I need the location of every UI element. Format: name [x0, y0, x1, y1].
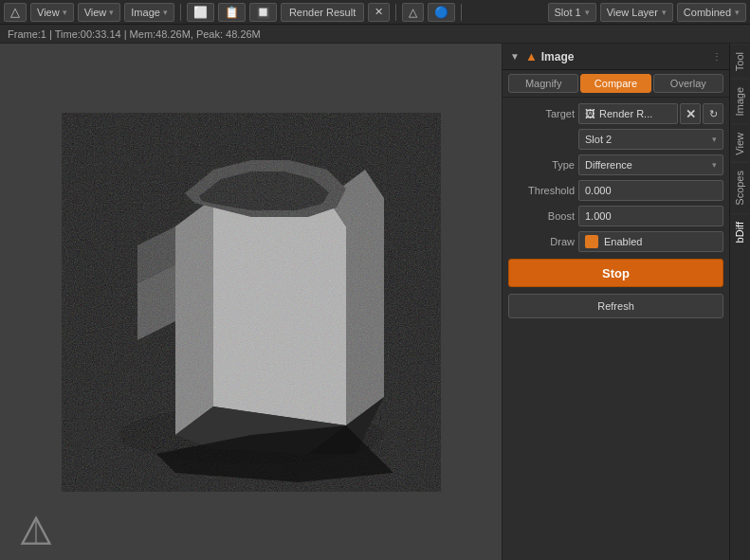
tab-compare[interactable]: Compare [580, 74, 650, 93]
close-render-button[interactable]: ✕ [368, 3, 390, 22]
draw-row: Draw Enabled [508, 231, 723, 252]
render-title: Render Result [281, 3, 364, 22]
threshold-label: Threshold [508, 185, 575, 196]
boost-row: Boost 1.000 [508, 206, 723, 226]
toolbar-view2-menu[interactable]: View ▾ [78, 3, 121, 22]
sidebar-tab-image[interactable]: Image [730, 79, 750, 124]
sidebar-tab-bdiff[interactable]: bDiff [730, 213, 750, 250]
toolbar-render-icon3[interactable]: 🔲 [249, 3, 277, 22]
type-dropdown[interactable]: Difference ▾ [578, 154, 723, 175]
target-row: Target 🖼 Render R... ✕ ↻ [508, 103, 723, 124]
sidebar-tab-tool[interactable]: Tool [730, 44, 750, 79]
stop-button[interactable]: Stop [508, 259, 723, 287]
type-label: Type [508, 159, 575, 171]
draw-enabled-btn[interactable]: Enabled [578, 231, 723, 252]
sidebar-tab-scopes[interactable]: Scopes [730, 162, 750, 213]
target-field-group: 🖼 Render R... ✕ ↻ [578, 103, 723, 124]
toolbar-render-icon2[interactable]: 📋 [218, 3, 246, 22]
panel-body: Target 🖼 Render R... ✕ ↻ [503, 98, 729, 324]
render-canvas [62, 113, 441, 492]
panel-triangle-icon: ▲ [525, 49, 538, 63]
panel-header: ▼ ▲ Image ⋮ [503, 44, 729, 70]
threshold-input[interactable]: 0.000 [578, 180, 723, 201]
right-sidebar: Tool Image View Scopes bDiff [729, 44, 750, 560]
slot2-dropdown[interactable]: Slot 2 ▾ [578, 129, 723, 150]
panel-collapse-arrow[interactable]: ▼ [510, 51, 520, 62]
draw-enabled-square [585, 235, 598, 248]
toolbar-view-menu[interactable]: View ▾ [30, 3, 74, 22]
target-value[interactable]: 🖼 Render R... [578, 103, 678, 124]
target-close-btn[interactable]: ✕ [680, 103, 701, 124]
right-panel: ▼ ▲ Image ⋮ Magnify Compare Overlay Targ… [502, 44, 729, 560]
tab-overlay[interactable]: Overlay [653, 74, 723, 93]
target-refresh-btn[interactable]: ↻ [703, 103, 723, 124]
image-tabs: Magnify Compare Overlay [503, 70, 729, 98]
type-row: Type Difference ▾ [508, 154, 723, 175]
toolbar-sep3 [461, 4, 462, 21]
slot-dropdown[interactable]: Slot 1 ▾ [548, 3, 596, 22]
sidebar-tab-view[interactable]: View [730, 124, 750, 163]
blender-logo-svg [19, 515, 53, 549]
threshold-row: Threshold 0.000 [508, 180, 723, 201]
boost-input[interactable]: 1.000 [578, 206, 723, 226]
type-chevron: ▾ [712, 160, 717, 170]
combined-dropdown[interactable]: Combined ▾ [677, 3, 746, 22]
main-content: ▼ ▲ Image ⋮ Magnify Compare Overlay Targ… [0, 44, 750, 560]
panel-title: ▲ Image [525, 49, 575, 63]
toolbar-render-icon1[interactable]: ⬜ [187, 3, 214, 22]
blender-logo [19, 515, 53, 549]
slot2-chevron: ▾ [712, 135, 717, 144]
render-svg [62, 113, 441, 492]
toolbar-menu-icon[interactable]: △ [4, 3, 27, 22]
tab-magnify[interactable]: Magnify [508, 74, 578, 93]
target-label: Target [508, 108, 575, 119]
panel-options-btn[interactable]: ⋮ [712, 51, 722, 62]
refresh-button[interactable]: Refresh [508, 294, 723, 318]
toolbar-image-menu[interactable]: Image ▾ [124, 3, 174, 22]
slot2-row: Slot 2 ▾ [508, 129, 723, 150]
top-toolbar: △ View ▾ View ▾ Image ▾ ⬜ 📋 🔲 Render Res… [0, 0, 750, 25]
toolbar-icon-triangle[interactable]: △ [402, 3, 424, 22]
toolbar-sep1 [180, 4, 181, 21]
draw-label: Draw [508, 236, 575, 247]
toolbar-sep2 [395, 4, 396, 21]
render-viewport[interactable] [0, 44, 502, 560]
toolbar-render-icon4[interactable]: 🔵 [428, 3, 455, 22]
boost-label: Boost [508, 210, 575, 222]
frame-info: Frame:1 | Time:00:33.14 | Mem:48.26M, Pe… [0, 25, 750, 44]
view-layer-dropdown[interactable]: View Layer ▾ [600, 3, 673, 22]
